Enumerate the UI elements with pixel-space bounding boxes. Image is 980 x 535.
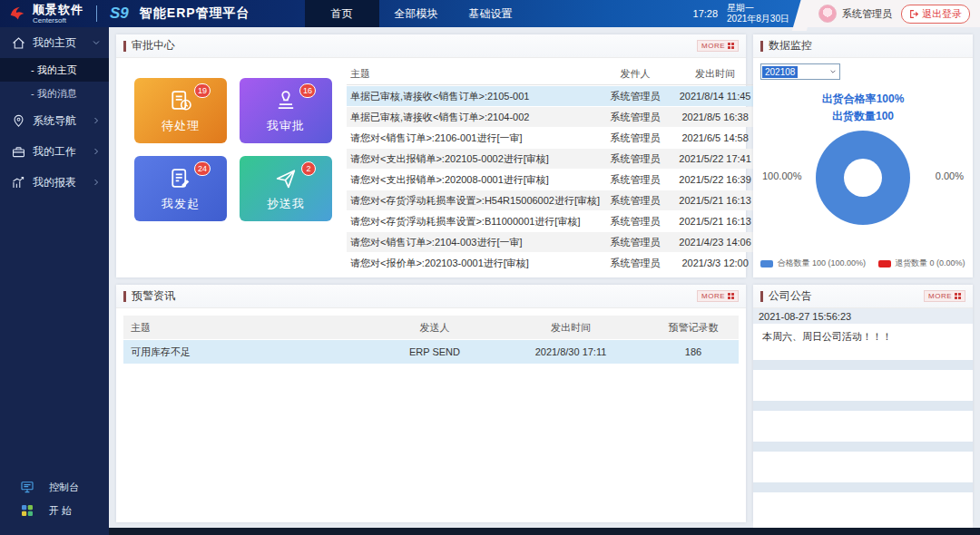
announcements-panel-title: 公司公告 xyxy=(769,288,812,304)
console-button[interactable]: 控制台 xyxy=(0,475,109,499)
col-time: 发出时间 xyxy=(494,321,648,335)
user-name: 系统管理员 xyxy=(842,7,892,21)
empty-announcement-slot xyxy=(753,442,973,452)
pending-doc-clock-icon xyxy=(168,88,193,113)
logout-button[interactable]: 退出登录 xyxy=(901,5,970,24)
period-value: 202108 xyxy=(762,66,798,78)
table-row[interactable]: 请您对<支出报销单>:202008-0001进行[审核] 系统管理员 2021/… xyxy=(347,170,760,190)
compose-doc-icon xyxy=(168,166,193,191)
table-row[interactable]: 单据已审核,请接收<销售订单>:2104-002 系统管理员 2021/8/5 … xyxy=(347,107,760,127)
sidebar-item-my-home[interactable]: 我的主页 xyxy=(0,27,109,58)
nav-tab-home[interactable]: 首页 xyxy=(305,0,379,27)
alert-row[interactable]: 可用库存不足 ERP SEND 2021/8/30 17:11 186 xyxy=(123,340,739,364)
cc-count-badge: 2 xyxy=(301,161,316,176)
chevron-down-icon xyxy=(829,68,837,75)
table-row[interactable]: 请您对<存货浮动耗损率设置>:H54R15006002进行[审核] 系统管理员 … xyxy=(347,190,760,210)
sidebar-item-my-reports[interactable]: 我的报表 xyxy=(0,167,109,198)
announcements-more-button[interactable]: MORE xyxy=(924,290,965,302)
pending-count-badge: 19 xyxy=(194,83,211,98)
announcement-date: 2021-08-27 15:56:23 xyxy=(753,308,973,324)
panel-accent-bar xyxy=(760,291,763,302)
erp-dashboard: 顺景软件 Centersoft S9 智能ERP管理平台 首页 全部模块 基础设… xyxy=(0,0,980,535)
alerts-panel-title: 预警资讯 xyxy=(132,288,175,304)
empty-announcement-slot xyxy=(753,401,973,411)
start-button[interactable]: 开 始 xyxy=(0,499,109,522)
period-select[interactable]: 202108 xyxy=(760,63,840,80)
tile-my-approvals[interactable]: 16 我审批 xyxy=(240,78,332,143)
tile-cc-to-me[interactable]: 2 抄送我 xyxy=(240,156,332,221)
data-monitor-panel: 数据监控 202108 出货合格率100% 出货数量100 100.00% 0.… xyxy=(753,34,973,277)
tile-label: 抄送我 xyxy=(267,196,305,212)
sidebar-subitem-label: - 我的消息 xyxy=(31,87,77,101)
stamp-icon xyxy=(273,88,299,113)
alerts-more-button[interactable]: MORE xyxy=(697,290,739,302)
logout-label: 退出登录 xyxy=(922,7,962,21)
grid-icon xyxy=(955,293,961,299)
pass-rate-text: 出货合格率100% xyxy=(753,91,973,108)
approval-more-button[interactable]: MORE xyxy=(697,40,739,52)
col-count: 预警记录数 xyxy=(648,321,739,335)
user-avatar[interactable] xyxy=(818,5,837,23)
table-row[interactable]: 请您对<支出报销单>:202105-0002进行[审核] 系统管理员 2021/… xyxy=(347,149,760,169)
home-icon xyxy=(11,35,26,51)
approval-table-header: 主题 发件人 发出时间 xyxy=(347,63,760,85)
console-label: 控制台 xyxy=(49,481,79,494)
legend-returns[interactable]: 退货数量 0 (0.00%) xyxy=(878,258,965,269)
legend-qualified[interactable]: 合格数量 100 (100.00%) xyxy=(760,258,866,269)
col-subject: 主题 xyxy=(123,321,376,335)
paper-plane-icon xyxy=(273,166,299,191)
clock-time: 17:28 xyxy=(693,8,719,19)
col-sender: 发件人 xyxy=(600,67,671,81)
donut-label-left: 100.00% xyxy=(762,170,801,181)
announcement-text[interactable]: 本周六、周日公司活动！！！ xyxy=(753,324,973,360)
table-row[interactable]: 请您对<销售订单>:2106-001进行[一审] 系统管理员 2021/6/5 … xyxy=(347,128,760,148)
main-content: 审批中心 MORE 19 待处理 xyxy=(109,27,980,535)
tile-label: 我审批 xyxy=(267,118,305,134)
sidebar-item-label: 我的主页 xyxy=(33,35,76,51)
s9-logo: S9 xyxy=(110,5,129,23)
donut-label-right: 0.00% xyxy=(936,170,964,181)
sidebar-item-label: 我的工作 xyxy=(33,144,76,160)
product-title: 智能ERP管理平台 xyxy=(140,5,250,22)
swirl-logo-icon xyxy=(7,4,27,24)
tile-label: 我发起 xyxy=(162,196,200,212)
sidebar-subitem-my-messages[interactable]: - 我的消息 xyxy=(0,82,109,105)
monitor-panel-title: 数据监控 xyxy=(769,38,812,54)
tile-pending[interactable]: 19 待处理 xyxy=(134,78,227,143)
sidebar-subitem-label: - 我的主页 xyxy=(31,63,77,77)
chart-legend: 合格数量 100 (100.00%) 退货数量 0 (0.00%) xyxy=(753,258,973,269)
sidebar: 我的主页 - 我的主页 - 我的消息 系统导航 我的 xyxy=(0,27,109,535)
sidebar-item-label: 系统导航 xyxy=(33,113,76,129)
approval-panel-title: 审批中心 xyxy=(132,38,175,54)
table-row[interactable]: 请您对<销售订单>:2104-003进行[一审] 系统管理员 2021/4/23… xyxy=(347,232,760,252)
more-label: MORE xyxy=(701,292,725,300)
nav-tab-modules[interactable]: 全部模块 xyxy=(379,0,454,27)
chevron-right-icon xyxy=(92,147,101,156)
approval-table: 主题 发件人 发出时间 单据已审核,请接收<销售订单>:2105-001 系统管… xyxy=(341,58,774,277)
panel-accent-bar xyxy=(123,291,126,302)
sidebar-subitem-my-home[interactable]: - 我的主页 xyxy=(0,58,109,82)
table-row[interactable]: 请您对<存货浮动耗损率设置>:B11000001进行[审核] 系统管理员 202… xyxy=(347,211,760,231)
monitor-summary: 出货合格率100% 出货数量100 xyxy=(753,91,973,125)
table-row[interactable]: 单据已审核,请接收<销售订单>:2105-001 系统管理员 2021/8/14… xyxy=(347,86,760,106)
briefcase-icon xyxy=(11,144,26,160)
sidebar-item-my-work[interactable]: 我的工作 xyxy=(0,136,109,167)
location-pin-icon xyxy=(11,113,26,129)
chevron-right-icon xyxy=(92,178,101,187)
clock-date: 2021年8月30日 xyxy=(727,14,789,24)
more-label: MORE xyxy=(928,292,952,300)
empty-announcement-slot xyxy=(753,360,973,370)
report-chart-icon xyxy=(11,175,26,190)
brand-name: 顺景软件 xyxy=(33,4,83,15)
start-squares-icon xyxy=(20,503,34,518)
table-row[interactable]: 请您对<报价单>:202103-0001进行[审核] 系统管理员 2021/3/… xyxy=(347,253,760,273)
sidebar-item-system-nav[interactable]: 系统导航 xyxy=(0,105,109,136)
tile-started-by-me[interactable]: 24 我发起 xyxy=(134,156,227,221)
col-subject: 主题 xyxy=(347,67,600,81)
approval-center-panel: 审批中心 MORE 19 待处理 xyxy=(116,34,746,277)
nav-tab-settings[interactable]: 基础设置 xyxy=(454,0,528,27)
sidebar-item-label: 我的报表 xyxy=(33,175,76,190)
started-count-badge: 24 xyxy=(194,161,211,176)
announcements-panel: 公司公告 MORE 2021-08-27 15:56:23 本周六、周日公司活动… xyxy=(753,285,973,522)
donut-chart[interactable] xyxy=(816,131,910,225)
